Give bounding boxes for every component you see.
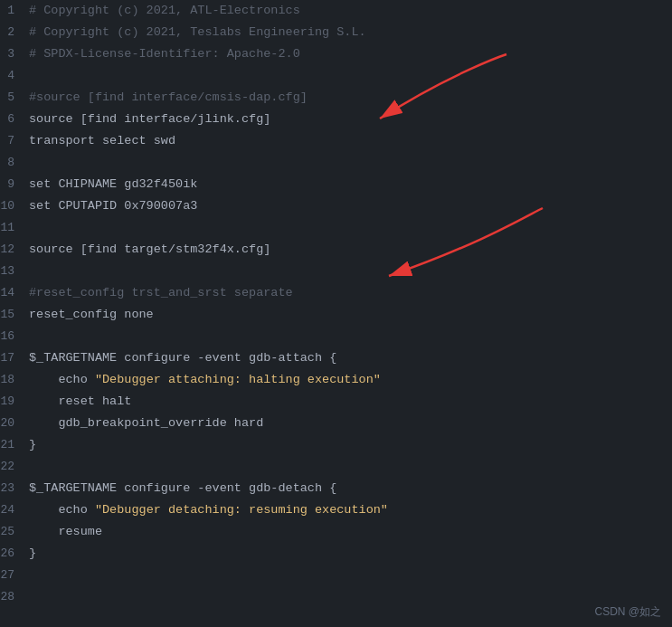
line-number: 22 [0,457,29,477]
code-line: 11 [0,217,672,239]
code-line: 12source [find target/stm32f4x.cfg] [0,239,672,261]
line-content: resume [29,522,102,542]
line-content: } [29,544,36,564]
code-line: 5#source [find interface/cmsis-dap.cfg] [0,87,672,109]
line-content: echo "Debugger detaching: resuming execu… [29,500,388,520]
code-line: 20 gdb_breakpoint_override hard [0,413,672,434]
line-content: echo "Debugger attaching: halting execut… [29,370,381,390]
code-line: 14#reset_config trst_and_srst separate [0,282,672,304]
line-number: 6 [0,109,29,129]
line-content: $_TARGETNAME configure -event gdb-detach… [29,479,336,499]
line-number: 17 [0,348,29,368]
line-number: 24 [0,500,29,520]
code-line: 1# Copyright (c) 2021, ATL-Electronics [0,0,672,22]
line-content: #source [find interface/cmsis-dap.cfg] [29,88,308,108]
line-content: # SPDX-License-Identifier: Apache-2.0 [29,44,300,64]
code-line: 17$_TARGETNAME configure -event gdb-atta… [0,347,672,369]
line-number: 28 [0,587,29,607]
code-line: 9set CHIPNAME gd32f450ik [0,174,672,195]
line-number: 3 [0,44,29,64]
line-content: source [find target/stm32f4x.cfg] [29,240,270,260]
line-number: 8 [0,153,29,173]
line-number: 4 [0,66,29,86]
line-number: 18 [0,370,29,390]
line-number: 1 [0,1,29,21]
code-line: 23$_TARGETNAME configure -event gdb-deta… [0,478,672,499]
code-line: 25 resume [0,521,672,543]
line-number: 21 [0,435,29,455]
line-content: gdb_breakpoint_override hard [29,413,263,433]
code-line: 15reset_config none [0,304,672,326]
line-content: set CHIPNAME gd32f450ik [29,175,197,195]
line-content: transport select swd [29,131,175,151]
code-line: 4 [0,65,672,87]
code-editor: 1# Copyright (c) 2021, ATL-Electronics2#… [0,0,672,627]
line-number: 20 [0,413,29,433]
line-number: 23 [0,479,29,499]
line-content: source [find interface/jlink.cfg] [29,109,270,129]
code-line: 21} [0,434,672,456]
line-number: 25 [0,522,29,542]
line-number: 14 [0,283,29,303]
line-content: # Copyright (c) 2021, ATL-Electronics [29,1,300,21]
line-content: # Copyright (c) 2021, Teslabs Engineerin… [29,23,366,43]
line-number: 5 [0,88,29,108]
code-line: 8 [0,152,672,174]
code-line: 13 [0,261,672,282]
line-number: 9 [0,175,29,195]
line-number: 10 [0,196,29,216]
line-number: 26 [0,544,29,564]
line-content: #reset_config trst_and_srst separate [29,283,293,303]
line-number: 7 [0,131,29,151]
code-line: 19 reset halt [0,391,672,413]
code-line: 28 [0,586,672,608]
code-line: 2# Copyright (c) 2021, Teslabs Engineeri… [0,22,672,43]
line-number: 11 [0,218,29,238]
code-line: 24 echo "Debugger detaching: resuming ex… [0,499,672,521]
line-number: 13 [0,261,29,281]
code-line: 7transport select swd [0,130,672,152]
line-content: $_TARGETNAME configure -event gdb-attach… [29,348,336,368]
line-number: 19 [0,392,29,412]
line-content: set CPUTAPID 0x790007a3 [29,196,197,216]
code-line: 10set CPUTAPID 0x790007a3 [0,195,672,217]
string-literal: "Debugger attaching: halting execution" [95,373,381,386]
code-line: 6source [find interface/jlink.cfg] [0,109,672,130]
line-content: reset_config none [29,305,154,325]
line-content: } [29,435,36,455]
code-line: 22 [0,456,672,478]
code-line: 27 [0,565,672,586]
line-number: 12 [0,240,29,260]
line-number: 2 [0,23,29,43]
line-number: 27 [0,565,29,585]
line-number: 16 [0,327,29,347]
watermark: CSDN @如之 [594,604,661,620]
code-line: 26} [0,543,672,565]
line-content: reset halt [29,392,131,412]
code-line: 3# SPDX-License-Identifier: Apache-2.0 [0,43,672,65]
code-line: 16 [0,326,672,347]
string-literal: "Debugger detaching: resuming execution" [95,503,388,517]
line-number: 15 [0,305,29,325]
code-line: 18 echo "Debugger attaching: halting exe… [0,369,672,391]
code-lines: 1# Copyright (c) 2021, ATL-Electronics2#… [0,0,672,608]
